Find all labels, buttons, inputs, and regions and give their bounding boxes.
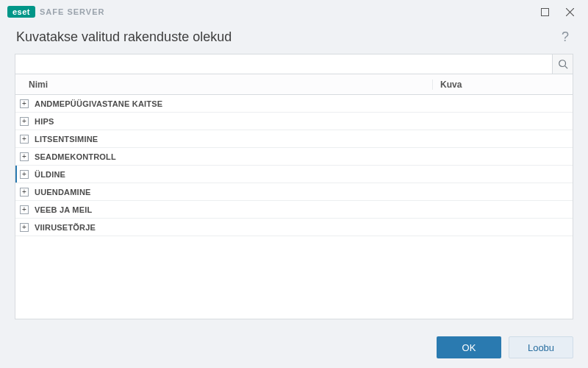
- cell-name: +HIPS: [15, 117, 433, 126]
- table-row[interactable]: +ANDMEPÜÜGIVASTANE KAITSE: [15, 95, 573, 113]
- row-label: HIPS: [35, 117, 54, 126]
- close-icon: [566, 8, 574, 16]
- cell-name: +ANDMEPÜÜGIVASTANE KAITSE: [15, 99, 433, 108]
- table-header: Nimi Kuva: [15, 74, 573, 95]
- table-row[interactable]: +HIPS: [15, 113, 573, 130]
- ok-button[interactable]: OK: [437, 336, 501, 358]
- search-icon: [558, 59, 568, 69]
- table-row[interactable]: +SEADMEKONTROLL: [15, 148, 573, 166]
- table-body: +ANDMEPÜÜGIVASTANE KAITSE+HIPS+LITSENTSI…: [15, 95, 573, 319]
- brand-badge: eset: [7, 6, 35, 18]
- svg-point-3: [559, 60, 565, 67]
- content-area: Nimi Kuva +ANDMEPÜÜGIVASTANE KAITSE+HIPS…: [0, 54, 588, 327]
- cell-name: +VEEB JA MEIL: [15, 205, 433, 214]
- expand-icon[interactable]: +: [20, 117, 29, 126]
- search-bar: [15, 54, 573, 74]
- cell-name: +ÜLDINE: [15, 170, 433, 179]
- search-button[interactable]: [552, 54, 573, 74]
- expand-icon[interactable]: +: [20, 223, 29, 232]
- tree-table: Nimi Kuva +ANDMEPÜÜGIVASTANE KAITSE+HIPS…: [15, 74, 573, 319]
- cell-name: +UUENDAMINE: [15, 188, 433, 197]
- window-close-button[interactable]: [557, 2, 582, 21]
- page-title: Kuvatakse valitud rakenduste olekud: [16, 29, 559, 45]
- column-header-name[interactable]: Nimi: [15, 79, 433, 90]
- table-row[interactable]: +VIIRUSETÕRJE: [15, 219, 573, 236]
- row-label: SEADMEKONTROLL: [35, 152, 116, 161]
- window-maximize-button[interactable]: [532, 2, 557, 21]
- row-label: ANDMEPÜÜGIVASTANE KAITSE: [35, 99, 162, 108]
- titlebar: eset SAFE SERVER: [0, 0, 588, 24]
- row-label: VEEB JA MEIL: [35, 205, 92, 214]
- header: Kuvatakse valitud rakenduste olekud ?: [0, 24, 588, 54]
- expand-icon[interactable]: +: [20, 135, 29, 144]
- brand-product: SAFE SERVER: [40, 7, 104, 16]
- svg-rect-0: [541, 8, 548, 15]
- row-label: VIIRUSETÕRJE: [35, 223, 96, 232]
- maximize-icon: [541, 8, 549, 16]
- cell-name: +VIIRUSETÕRJE: [15, 223, 433, 232]
- expand-icon[interactable]: +: [20, 99, 29, 108]
- table-row[interactable]: +UUENDAMINE: [15, 183, 573, 201]
- table-row[interactable]: +ÜLDINE: [15, 166, 573, 183]
- dialog-window: eset SAFE SERVER Kuvatakse valitud raken…: [0, 0, 588, 368]
- cancel-button[interactable]: Loobu: [509, 336, 573, 358]
- table-row[interactable]: +LITSENTSIMINE: [15, 130, 573, 148]
- search-input[interactable]: [15, 54, 552, 74]
- row-label: UUENDAMINE: [35, 188, 91, 197]
- expand-icon[interactable]: +: [20, 152, 29, 161]
- column-header-kuva[interactable]: Kuva: [433, 79, 573, 90]
- cell-name: +SEADMEKONTROLL: [15, 152, 433, 161]
- cell-name: +LITSENTSIMINE: [15, 135, 433, 144]
- expand-icon[interactable]: +: [20, 205, 29, 214]
- row-label: ÜLDINE: [35, 170, 65, 179]
- svg-line-4: [564, 66, 567, 69]
- dialog-footer: OK Loobu: [0, 327, 588, 368]
- help-button[interactable]: ?: [559, 28, 572, 46]
- expand-icon[interactable]: +: [20, 188, 29, 197]
- expand-icon[interactable]: +: [20, 170, 29, 179]
- table-row[interactable]: +VEEB JA MEIL: [15, 201, 573, 219]
- row-label: LITSENTSIMINE: [35, 135, 98, 144]
